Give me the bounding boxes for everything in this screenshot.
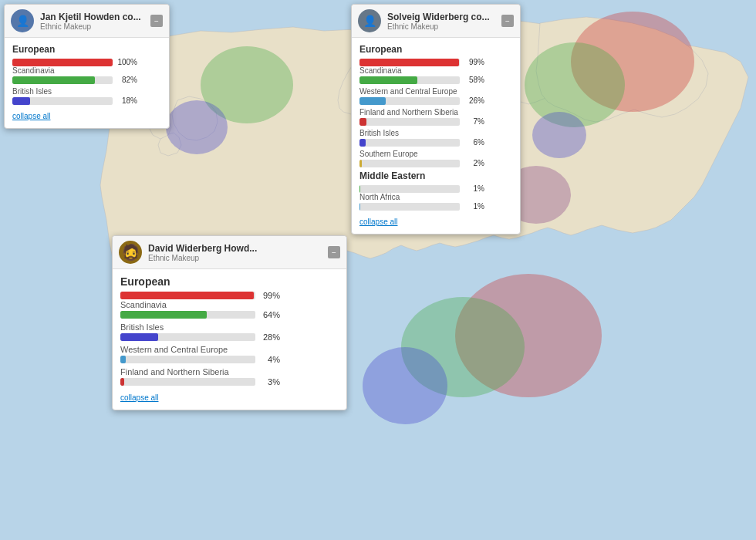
card-subtitle-jan: Ethnic Makeup [40,22,150,31]
collapse-link-solveig[interactable]: collapse all [359,218,397,226]
card-title-solveig: Solveig Widerberg co... [387,12,499,22]
ethnicity-name-western-solveig: Western and Central Europe [359,87,512,96]
card-body-solveig: European 99% Scandinavia 58% Western and… [352,38,520,234]
ethnicity-name-scandinavia-david: Scandinavia [120,300,339,309]
bar-track-british-jan [12,97,113,105]
bar-track-finland-solveig [359,118,460,126]
bar-fill-british-jan [12,97,30,105]
total-bar-track-david [120,292,255,299]
bar-row-british-jan: 18% [12,96,161,105]
bar-row-finland-david: 3% [120,377,339,386]
ethnicity-name-finland-solveig: Finland and Northern Siberia [359,108,512,116]
profile-card-solveig: 👤 Solveig Widerberg co... Ethnic Makeup … [351,4,521,235]
card-header-text-david: David Widerberg Howd... Ethnic Makeup [148,243,328,262]
card-title-david: David Widerberg Howd... [148,243,260,254]
card-body-jan: European 100% Scandinavia 82% British Is… [5,38,169,128]
bar-row-northafrica-solveig: 1% [359,202,512,211]
ethnicity-row-scandinavia-jan: Scandinavia 82% [12,66,161,84]
card-minimize-btn-david[interactable]: − [328,246,340,258]
bar-track-finland-david [120,378,255,386]
bar-row-scandinavia-solveig: 58% [359,76,512,84]
bar-row-western-david: 4% [120,355,339,364]
bar-track-scandinavia-jan [12,76,113,84]
bar-pct-finland-solveig: 7% [463,117,484,126]
bar-pct-scandinavia-jan: 82% [116,76,137,84]
ethnicity-row-british-jan: British Isles 18% [12,87,161,105]
bar-fill-finland-david [120,378,124,386]
ethnicity-name-british-david: British Isles [120,322,339,332]
profile-card-jan: 👤 Jan Kjetil Howden co... Ethnic Makeup … [4,4,170,129]
bar-row-scandinavia-david: 64% [120,310,339,319]
bar-track-scandinavia-solveig [359,76,460,84]
ethnicity-row-northafrica-solveig: North Africa 1% [359,193,512,211]
bar-track-british-solveig [359,139,460,147]
bar-fill-british-david [120,333,158,341]
total-pct-mideast-solveig: 1% [463,184,484,193]
bar-row-scandinavia-jan: 82% [12,76,161,84]
bar-row-western-solveig: 26% [359,96,512,105]
bar-pct-scandinavia-solveig: 58% [463,76,484,84]
ethnicity-blob-british-1 [166,100,228,154]
card-subtitle-david: Ethnic Makeup [148,254,328,262]
ethnicity-row-finland-solveig: Finland and Northern Siberia 7% [359,108,512,126]
ethnicity-name-finland-david: Finland and Northern Siberia [120,367,339,376]
bar-fill-scandinavia-david [120,311,207,319]
ethnicity-name-scandinavia-jan: Scandinavia [12,66,161,75]
bar-row-finland-solveig: 7% [359,117,512,126]
bar-pct-british-david: 28% [258,332,280,342]
bar-row-british-solveig: 6% [359,138,512,147]
total-bar-fill-solveig [359,59,459,66]
total-pct-jan: 100% [116,58,137,66]
ethnicity-row-finland-david: Finland and Northern Siberia 3% [120,367,339,386]
bar-track-british-david [120,333,255,341]
ethnicity-name-western-david: Western and Central Europe [120,345,339,354]
bar-track-scandinavia-david [120,311,255,319]
bar-fill-western-david [120,356,126,363]
group-label-european-jan: European [12,44,161,55]
ethnicity-blob-british-2 [532,112,586,158]
bar-pct-southern-solveig: 2% [463,159,484,167]
avatar-david: 🧔 [119,241,142,264]
collapse-link-david[interactable]: collapse all [120,393,158,402]
bar-pct-western-david: 4% [258,355,280,364]
total-bar-row-david: 99% [120,291,339,300]
bar-row-british-david: 28% [120,332,339,342]
total-bar-track-jan [12,59,113,66]
card-title-jan: Jan Kjetil Howden co... [40,12,150,22]
total-bar-track-mideast-solveig [359,185,460,193]
ethnicity-blob-british-3 [363,347,447,424]
card-header-solveig: 👤 Solveig Widerberg co... Ethnic Makeup … [352,5,520,38]
avatar-solveig: 👤 [358,9,381,32]
card-header-david: 🧔 David Widerberg Howd... Ethnic Makeup … [113,236,346,269]
card-header-text-jan: Jan Kjetil Howden co... Ethnic Makeup [40,12,150,31]
bar-fill-finland-solveig [359,118,366,126]
profile-card-david: 🧔 David Widerberg Howd... Ethnic Makeup … [112,235,347,410]
group-label-mideast-solveig: Middle Eastern [359,170,512,181]
total-bar-fill-jan [12,59,113,66]
total-bar-fill-david [120,292,254,299]
card-minimize-btn-solveig[interactable]: − [501,15,514,27]
ethnicity-row-western-david: Western and Central Europe 4% [120,345,339,364]
ethnicity-row-western-solveig: Western and Central Europe 26% [359,87,512,105]
total-bar-fill-mideast-solveig [359,185,360,193]
bar-fill-western-solveig [359,97,386,105]
ethnicity-name-british-jan: British Isles [12,87,161,96]
card-header-text-solveig: Solveig Widerberg co... Ethnic Makeup [387,12,501,31]
bar-pct-western-solveig: 26% [463,96,484,105]
bar-fill-scandinavia-jan [12,76,95,84]
bar-fill-southern-solveig [359,160,362,167]
total-bar-track-solveig [359,59,460,66]
card-minimize-btn-jan[interactable]: − [150,15,163,27]
ethnicity-row-british-david: British Isles 28% [120,322,339,342]
card-subtitle-solveig: Ethnic Makeup [387,22,501,31]
bar-track-northafrica-solveig [359,203,460,211]
bar-track-western-david [120,356,255,363]
bar-fill-british-solveig [359,139,366,147]
ethnicity-row-scandinavia-david: Scandinavia 64% [120,300,339,319]
collapse-link-jan[interactable]: collapse all [12,112,50,120]
ethnicity-name-northafrica-solveig: North Africa [359,193,512,201]
bar-track-southern-solveig [359,160,460,167]
ethnicity-row-scandinavia-solveig: Scandinavia 58% [359,66,512,84]
bar-pct-finland-david: 3% [258,377,280,386]
bar-fill-scandinavia-solveig [359,76,417,84]
